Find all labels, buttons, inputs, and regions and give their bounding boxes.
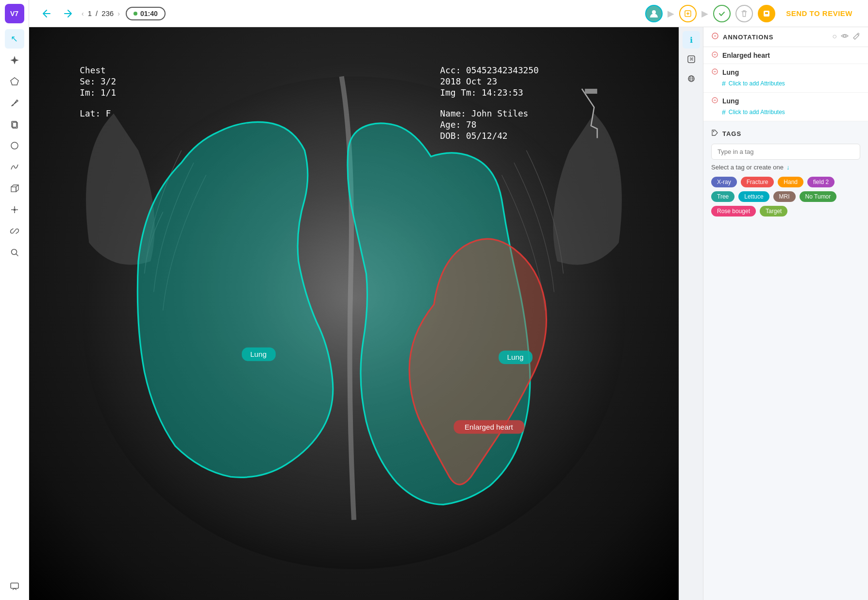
tag-fracture[interactable]: Fracture	[741, 177, 774, 187]
tag-no-tumor[interactable]: No Tumor	[800, 191, 837, 202]
tag-target[interactable]: Target	[760, 206, 787, 217]
annotation-name-heart: Enlarged heart	[722, 51, 770, 59]
svg-rect-15	[11, 583, 18, 588]
xray-canvas[interactable]: Lung Lung Enlarged heart Chest Se: 3/2 I…	[29, 27, 679, 600]
action-approve-button[interactable]	[713, 5, 731, 22]
timer-badge[interactable]: 01:40	[126, 7, 166, 20]
ann-type-icon-lung1	[711, 68, 718, 77]
tool-link[interactable]	[5, 221, 24, 241]
tags-list: X-ray Fracture Hand field 2 Tree Lettuce…	[711, 177, 860, 217]
timer-dot	[134, 12, 137, 16]
page-total: 236	[101, 9, 114, 17]
tag-search-input[interactable]	[711, 144, 860, 160]
toggle-annotations-visibility[interactable]: ○	[832, 32, 837, 42]
send-to-review-button[interactable]: SEND TO REVIEW	[780, 6, 858, 20]
annotations-controls: ○	[832, 32, 860, 42]
tag-mri[interactable]: MRI	[773, 191, 796, 202]
tag-lettuce[interactable]: Lettuce	[738, 191, 769, 202]
tag-icon	[711, 129, 718, 138]
attributes-label-lung2: Click to add Attributes	[729, 109, 785, 116]
annotation-svg: Lung Lung Enlarged heart Chest Se: 3/2 I…	[29, 27, 679, 600]
svg-text:2018 Oct 23: 2018 Oct 23	[440, 77, 498, 86]
svg-text:Acc: 05452342343250: Acc: 05452342343250	[440, 66, 539, 75]
tool-search[interactable]	[5, 243, 24, 262]
attributes-label-lung1: Click to add Attributes	[729, 80, 785, 87]
tool-keypoint[interactable]	[5, 200, 24, 219]
hash-icon-2: #	[722, 108, 726, 116]
svg-text:Chest: Chest	[80, 66, 105, 75]
svg-rect-36	[585, 89, 597, 94]
tags-label: TAGS	[722, 130, 741, 137]
tags-hint: Select a tag or create one ↓	[711, 164, 860, 171]
svg-text:Lung: Lung	[507, 353, 524, 361]
tag-rose-bouget[interactable]: Rose bouget	[711, 206, 756, 217]
tags-section: TAGS Select a tag or create one ↓ X-ray …	[703, 121, 868, 600]
svg-text:Img Tm: 14:23:53: Img Tm: 14:23:53	[440, 88, 523, 98]
hint-text: Select a tag or create one	[711, 164, 784, 171]
tag-xray[interactable]: X-ray	[711, 177, 737, 187]
svg-point-45	[844, 35, 846, 37]
annotation-name-lung2: Lung	[722, 97, 739, 105]
annotations-title: ANNOTATIONS	[711, 32, 773, 42]
tool-copy[interactable]	[5, 115, 24, 134]
ann-type-icon-heart	[711, 51, 718, 60]
timer-value: 01:40	[140, 10, 158, 17]
hash-icon-1: #	[722, 80, 726, 87]
left-toolbar: V7 ↖	[0, 0, 29, 600]
action-save-button[interactable]	[679, 5, 697, 22]
annotation-item-lung-1[interactable]: Lung # Click to add Attributes	[703, 64, 868, 93]
edit-annotations-button[interactable]	[852, 32, 860, 42]
hide-annotations-button[interactable]	[841, 32, 849, 42]
ann-attributes-lung1[interactable]: # Click to add Attributes	[711, 79, 860, 90]
info-panel-button[interactable]: ℹ	[683, 31, 700, 49]
page-current: 1	[88, 9, 92, 17]
user-avatar[interactable]	[645, 5, 663, 22]
tool-polygon[interactable]	[5, 72, 24, 91]
nav-back-button[interactable]	[39, 6, 54, 21]
svg-text:Age: 78: Age: 78	[440, 120, 477, 130]
tag-hand[interactable]: Hand	[778, 177, 803, 187]
svg-point-49	[713, 131, 714, 132]
tool-select[interactable]: ↖	[5, 29, 24, 49]
annotation-item-lung-2[interactable]: Lung # Click to add Attributes	[703, 93, 868, 121]
svg-point-3	[11, 142, 18, 149]
svg-text:Enlarged heart: Enlarged heart	[465, 423, 514, 431]
svg-text:Lat: F: Lat: F	[80, 109, 111, 118]
page-chevron-prev[interactable]: ‹	[82, 10, 84, 17]
tool-curve[interactable]	[5, 157, 24, 177]
globe-panel-button[interactable]	[683, 70, 700, 87]
flow-connector-2: ▶	[701, 8, 708, 19]
tag-tree[interactable]: Tree	[711, 191, 734, 202]
tool-brush[interactable]	[5, 93, 24, 113]
header-actions: ▶ ▶ SEND TO REVIEW	[645, 5, 858, 22]
hint-arrow-icon: ↓	[786, 164, 790, 171]
page-separator: /	[96, 9, 98, 17]
header-navigation: ‹ 1 / 236 › 01:40	[39, 6, 166, 21]
action-flag-button[interactable]	[758, 5, 775, 22]
tool-circle[interactable]	[5, 136, 24, 155]
app-logo[interactable]: V7	[5, 4, 24, 23]
ann-attributes-lung2[interactable]: # Click to add Attributes	[711, 107, 860, 119]
main-content: ‹ 1 / 236 › 01:40 ▶ ▶	[29, 0, 868, 600]
svg-text:Im: 1/1: Im: 1/1	[80, 88, 116, 98]
tool-cuboid[interactable]	[5, 179, 24, 198]
annotation-item-enlarged-heart[interactable]: Enlarged heart	[703, 47, 868, 64]
annotation-icon	[711, 32, 719, 42]
image-area: Lung Lung Enlarged heart Chest Se: 3/2 I…	[29, 27, 868, 600]
annotations-header: ANNOTATIONS ○	[703, 27, 868, 47]
shortcut-panel-button[interactable]: ⌘	[683, 50, 700, 68]
svg-point-7	[13, 209, 16, 211]
tool-comment[interactable]	[5, 577, 24, 596]
action-delete-button[interactable]	[735, 5, 753, 22]
right-panel: ANNOTATIONS ○ Enl	[703, 27, 868, 600]
sidebar-icon-strip: ℹ ⌘	[679, 27, 703, 600]
svg-text:DOB: 05/12/42: DOB: 05/12/42	[440, 131, 508, 141]
svg-marker-0	[11, 78, 18, 85]
tool-auto-annotate[interactable]	[5, 50, 24, 70]
ann-type-icon-lung2	[711, 97, 718, 105]
nav-forward-button[interactable]	[60, 6, 76, 21]
page-chevron-next[interactable]: ›	[117, 10, 120, 17]
svg-text:Se: 3/2: Se: 3/2	[80, 77, 116, 86]
svg-line-12	[14, 230, 16, 232]
tag-field2[interactable]: field 2	[807, 177, 835, 187]
